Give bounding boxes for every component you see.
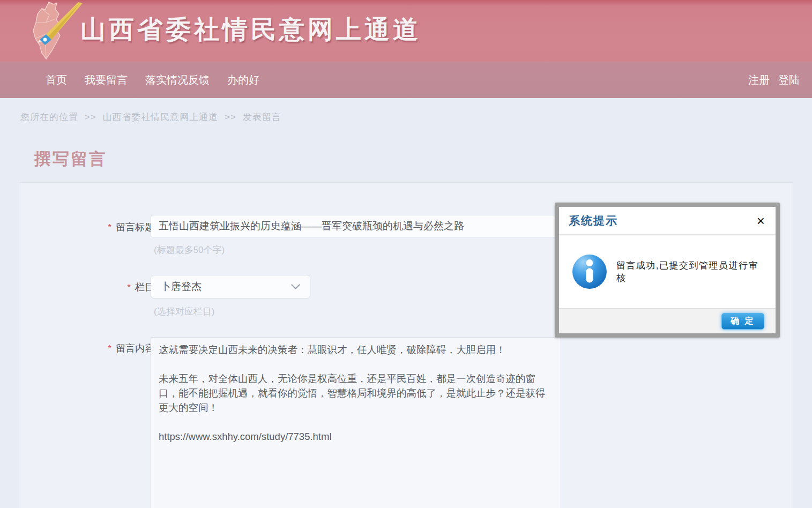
login-link[interactable]: 登陆 xyxy=(778,73,800,87)
shanxi-map-icon xyxy=(18,1,84,61)
auth-links: 注册 登陆 xyxy=(748,73,812,87)
nav-item-well-done[interactable]: 办的好 xyxy=(227,73,259,87)
chevron-down-icon xyxy=(291,284,300,290)
required-mark: * xyxy=(108,222,111,233)
system-prompt-dialog: 系统提示 × 留言成功,已提交到管理员进行审核 确 定 xyxy=(555,203,780,338)
confirm-button[interactable]: 确 定 xyxy=(721,313,764,330)
nav-links: 首页 我要留言 落实情况反馈 办的好 xyxy=(0,73,259,87)
required-mark: * xyxy=(127,282,131,293)
page: 山西省委社情民意网上通道 首页 我要留言 落实情况反馈 办的好 注册 登陆 您所… xyxy=(0,0,812,508)
dialog-title: 系统提示 xyxy=(569,213,618,228)
site-title: 山西省委社情民意网上通道 xyxy=(80,13,421,47)
dialog-footer: 确 定 xyxy=(559,308,776,333)
category-select-value: 卜唐登杰 xyxy=(161,280,202,294)
category-hint: (选择对应栏目) xyxy=(154,305,214,318)
main-nav: 首页 我要留言 落实情况反馈 办的好 注册 登陆 xyxy=(0,62,812,98)
dialog-body: 留言成功,已提交到管理员进行审核 xyxy=(559,235,776,308)
breadcrumb-separator: >> xyxy=(225,112,236,122)
breadcrumb-site-link[interactable]: 山西省委社情民意网上通道 xyxy=(102,112,218,122)
category-label: *栏目: xyxy=(53,281,157,294)
info-icon xyxy=(572,254,607,289)
message-content-label: *留言内容: xyxy=(53,342,157,355)
shanxi-map-pen-logo xyxy=(18,1,84,61)
message-title-label: *留言标题: xyxy=(53,221,157,234)
nav-item-leave-message[interactable]: 我要留言 xyxy=(85,73,128,87)
category-select[interactable]: 卜唐登杰 xyxy=(151,275,310,298)
dialog-titlebar: 系统提示 × xyxy=(559,207,776,235)
dialog-message: 留言成功,已提交到管理员进行审核 xyxy=(616,259,768,284)
register-link[interactable]: 注册 xyxy=(748,73,770,87)
close-icon[interactable]: × xyxy=(756,214,766,228)
site-header: 山西省委社情民意网上通道 xyxy=(0,0,812,62)
message-content-textarea[interactable]: 这就需要决定山西未来的决策者：慧眼识才，任人唯贤，破除障碍，大胆启用！ 未来五年… xyxy=(151,337,561,508)
required-mark: * xyxy=(108,343,111,354)
title-hint: (标题最多50个字) xyxy=(154,244,225,256)
breadcrumb-separator: >> xyxy=(85,112,96,122)
breadcrumb-prefix: 您所在的位置 xyxy=(20,112,78,122)
page-title: 撰写留言 xyxy=(34,148,107,170)
nav-item-home[interactable]: 首页 xyxy=(46,73,67,87)
breadcrumb: 您所在的位置 >> 山西省委社情民意网上通道 >> 发表留言 xyxy=(20,111,285,123)
breadcrumb-current: 发表留言 xyxy=(243,112,281,122)
nav-item-implementation-feedback[interactable]: 落实情况反馈 xyxy=(145,73,210,87)
